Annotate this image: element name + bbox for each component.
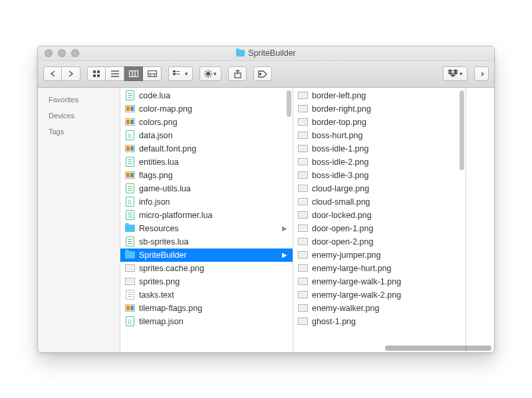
column-browser: code.luacolor-map.pngcolors.pngdata.json… xyxy=(120,88,494,352)
file-row[interactable]: entities.lua xyxy=(120,155,293,169)
file-row[interactable]: enemy-large-walk-2.png xyxy=(293,288,466,302)
svg-line-24 xyxy=(210,76,211,76)
file-row[interactable]: border-top.png xyxy=(293,116,466,129)
file-row[interactable]: tasks.text xyxy=(120,288,293,302)
view-coverflow-button[interactable] xyxy=(143,66,162,81)
horizontal-scrollbar[interactable] xyxy=(205,346,491,351)
file-icon xyxy=(297,223,308,234)
file-icon xyxy=(297,170,308,181)
vertical-scroll-thumb[interactable] xyxy=(460,90,464,170)
view-columns-button[interactable] xyxy=(124,66,143,81)
file-row[interactable]: flags.png xyxy=(120,169,293,182)
file-icon xyxy=(124,90,135,101)
file-row[interactable]: Resources▶ xyxy=(120,222,293,235)
file-row[interactable]: boss-idle-1.png xyxy=(293,142,466,155)
back-button[interactable] xyxy=(43,66,62,81)
file-icon xyxy=(124,117,135,128)
file-row[interactable]: default.font.png xyxy=(120,142,293,155)
column-1[interactable]: border-left.pngborder-right.pngborder-to… xyxy=(293,88,466,352)
file-row[interactable]: enemy-jumper.png xyxy=(293,249,466,262)
action-button[interactable]: ▾ xyxy=(200,66,221,81)
file-row[interactable]: enemy-large-hurt.png xyxy=(293,262,466,275)
window-title: SpriteBuilder xyxy=(248,49,296,58)
file-row[interactable]: info.json xyxy=(120,195,293,209)
file-row[interactable]: data.json xyxy=(120,129,293,142)
file-row[interactable]: colors.png xyxy=(120,116,293,129)
minimize-button[interactable] xyxy=(58,49,66,57)
file-row[interactable]: door-open-1.png xyxy=(293,222,466,235)
file-row[interactable]: door-open-2.png xyxy=(293,235,466,249)
dropbox-button[interactable]: ▾ xyxy=(443,66,467,81)
sidebar: Favorites Devices Tags xyxy=(38,88,120,352)
folder-icon xyxy=(236,50,245,56)
file-row[interactable]: cloud-small.png xyxy=(293,195,466,209)
vertical-scroll-thumb[interactable] xyxy=(287,90,291,117)
file-icon xyxy=(297,303,308,314)
forward-button[interactable] xyxy=(62,66,80,81)
file-row[interactable]: tilemap.json xyxy=(120,315,293,328)
file-name: tilemap-flags.png xyxy=(139,304,202,313)
view-icons-button[interactable] xyxy=(87,66,106,81)
file-row[interactable]: boss-idle-2.png xyxy=(293,155,466,169)
file-row[interactable]: ghost-1.png xyxy=(293,315,466,328)
file-icon xyxy=(297,210,308,221)
svg-line-26 xyxy=(210,71,211,72)
file-row[interactable]: border-right.png xyxy=(293,102,466,116)
file-row[interactable]: code.lua xyxy=(120,89,293,102)
file-row[interactable]: door-locked.png xyxy=(293,209,466,222)
sidebar-item-tags[interactable]: Tags xyxy=(38,124,120,140)
column-0[interactable]: code.luacolor-map.pngcolors.pngdata.json… xyxy=(120,88,293,352)
file-row[interactable]: sprites.cache.png xyxy=(120,262,293,275)
share-group xyxy=(228,66,247,81)
share-button[interactable] xyxy=(228,66,247,81)
svg-line-23 xyxy=(205,71,206,72)
file-name: enemy-large-walk-1.png xyxy=(312,277,401,286)
file-row[interactable]: border-left.png xyxy=(293,89,466,102)
file-row[interactable]: sprites.png xyxy=(120,275,293,288)
file-name: sprites.png xyxy=(139,277,180,286)
toolbar-overflow-button[interactable]: ›› xyxy=(474,66,489,81)
file-name: enemy-large-hurt.png xyxy=(312,264,392,273)
folder-icon xyxy=(124,223,135,234)
file-row[interactable]: cloud-large.png xyxy=(293,182,466,195)
sidebar-item-favorites[interactable]: Favorites xyxy=(38,92,120,108)
tags-button[interactable] xyxy=(253,66,272,81)
file-row[interactable]: boss-hurt.png xyxy=(293,129,466,142)
file-icon xyxy=(297,104,308,114)
file-row[interactable]: micro-platformer.lua xyxy=(120,209,293,222)
file-icon xyxy=(124,210,135,221)
close-button[interactable] xyxy=(45,49,53,57)
file-name: boss-hurt.png xyxy=(312,131,362,140)
titlebar[interactable]: SpriteBuilder xyxy=(38,47,494,61)
file-row[interactable]: color-map.png xyxy=(120,102,293,116)
file-row[interactable]: tilemap-flags.png xyxy=(120,302,293,315)
file-icon xyxy=(297,130,308,141)
svg-rect-16 xyxy=(176,71,180,72)
file-icon xyxy=(297,90,308,101)
file-name: SpriteBuilder xyxy=(139,250,187,260)
file-icon xyxy=(124,237,135,247)
horizontal-scroll-thumb[interactable] xyxy=(385,346,491,351)
file-name: code.lua xyxy=(139,91,170,100)
file-row[interactable]: enemy-large-walk-1.png xyxy=(293,275,466,288)
svg-rect-14 xyxy=(173,70,176,72)
file-row[interactable]: game-utils.lua xyxy=(120,182,293,195)
file-row[interactable]: sb-sprites.lua xyxy=(120,235,293,249)
file-icon xyxy=(124,303,135,314)
file-row[interactable]: enemy-walker.png xyxy=(293,302,466,315)
sidebar-item-devices[interactable]: Devices xyxy=(38,108,120,124)
tags-group xyxy=(253,66,272,81)
view-list-button[interactable] xyxy=(106,66,124,81)
file-name: boss-idle-1.png xyxy=(312,144,368,153)
zoom-button[interactable] xyxy=(71,49,79,57)
file-row[interactable]: SpriteBuilder▶ xyxy=(120,249,293,262)
svg-rect-7 xyxy=(129,71,138,77)
file-icon xyxy=(124,144,135,154)
file-name: border-top.png xyxy=(312,118,366,127)
file-row[interactable]: boss-idle-3.png xyxy=(293,169,466,182)
file-name: sb-sprites.lua xyxy=(139,237,188,247)
file-name: enemy-large-walk-2.png xyxy=(312,290,401,300)
svg-rect-2 xyxy=(93,74,96,77)
arrange-button[interactable]: ▾ xyxy=(168,66,193,81)
svg-line-25 xyxy=(205,76,206,76)
